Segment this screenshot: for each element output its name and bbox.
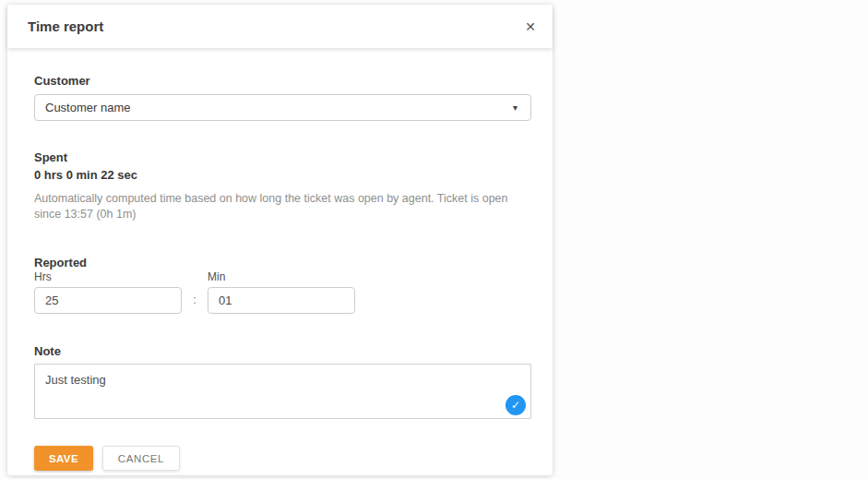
spent-section: Spent 0 hrs 0 min 22 sec Automatically c…	[34, 150, 531, 222]
hours-input[interactable]	[34, 287, 182, 314]
minutes-field: Min	[208, 269, 355, 314]
dialog-actions: SAVE CANCEL	[34, 446, 531, 471]
save-button[interactable]: SAVE	[34, 446, 93, 471]
time-separator: :	[182, 293, 208, 314]
note-input-wrapper: Just testing ✓	[34, 364, 531, 419]
customer-select-value: Customer name	[45, 101, 513, 114]
spent-value: 0 hrs 0 min 22 sec	[34, 168, 531, 182]
note-label: Note	[34, 344, 531, 358]
close-icon[interactable]: ✕	[517, 13, 544, 41]
reported-section: Reported Hrs : Min	[34, 256, 531, 314]
reported-time-row: Hrs : Min	[34, 269, 531, 314]
hours-label: Hrs	[34, 270, 182, 283]
dialog-title: Time report	[28, 18, 103, 34]
hours-field: Hrs	[34, 269, 182, 314]
cancel-button[interactable]: CANCEL	[102, 446, 180, 471]
note-textarea[interactable]: Just testing	[34, 364, 531, 419]
minutes-label: Min	[208, 270, 355, 283]
customer-label: Customer	[34, 74, 531, 88]
note-section: Note Just testing ✓	[34, 344, 531, 419]
spent-help-text: Automatically computed time based on how…	[34, 191, 525, 222]
minutes-input[interactable]	[208, 287, 355, 314]
customer-select[interactable]: Customer name ▾	[34, 94, 531, 121]
customer-section: Customer Customer name ▾	[34, 74, 531, 121]
time-report-dialog: Time report ✕ Customer Customer name ▾ S…	[7, 5, 553, 475]
dialog-body: Customer Customer name ▾ Spent 0 hrs 0 m…	[7, 48, 553, 471]
dialog-header: Time report ✕	[7, 5, 553, 48]
spent-label: Spent	[34, 150, 531, 164]
reported-label: Reported	[34, 256, 531, 269]
spellcheck-ok-icon[interactable]: ✓	[505, 395, 526, 415]
chevron-down-icon: ▾	[513, 103, 517, 113]
